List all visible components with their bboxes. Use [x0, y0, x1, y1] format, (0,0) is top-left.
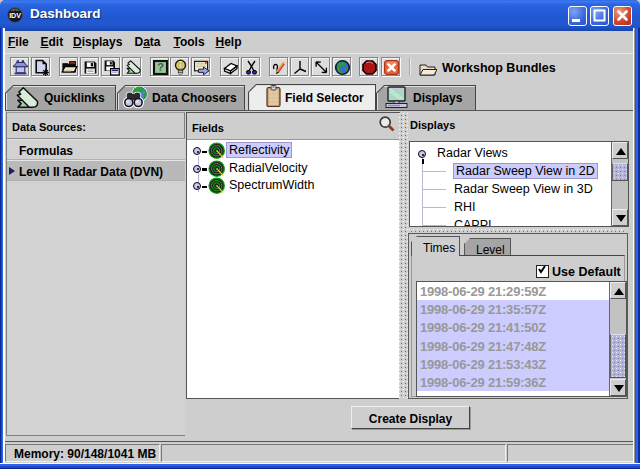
svg-text:IDV: IDV — [9, 12, 21, 19]
svg-text:?: ? — [157, 61, 164, 73]
